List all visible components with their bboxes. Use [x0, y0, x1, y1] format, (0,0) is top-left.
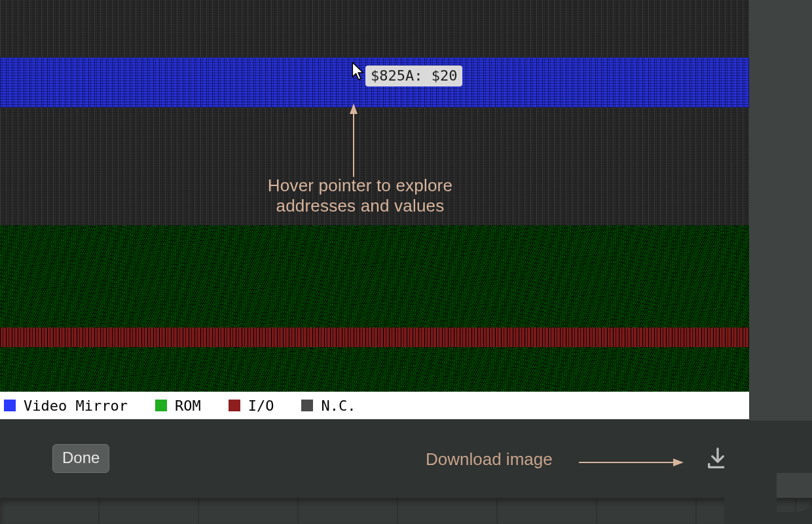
download-icon[interactable] — [705, 445, 731, 472]
legend-label: I/O — [248, 398, 274, 414]
toolbar: Done Download image — [0, 419, 749, 498]
hover-tooltip: $825A: $20 — [365, 66, 462, 86]
memory-map-viewer[interactable]: Video Mirror ROM I/O N.C. $825A: $20 — [0, 0, 749, 419]
legend-item: Video Mirror — [4, 398, 128, 414]
annotation-line: addresses and values — [276, 196, 445, 215]
annotation-line: Hover pointer to explore — [268, 176, 452, 195]
done-button[interactable]: Done — [52, 444, 109, 473]
svg-marker-3 — [673, 458, 684, 466]
legend-item: N.C. — [301, 398, 356, 414]
download-image-label: Download image — [426, 449, 553, 470]
svg-marker-1 — [350, 103, 358, 114]
legend-swatch — [4, 400, 16, 411]
panel-right-margin — [749, 0, 812, 524]
annotation-text: Hover pointer to explore addresses and v… — [196, 176, 524, 215]
memory-region-io — [0, 328, 749, 347]
legend-item: ROM — [155, 398, 201, 414]
legend-bar: Video Mirror ROM I/O N.C. — [0, 392, 749, 419]
legend-swatch — [155, 400, 167, 411]
legend-item: I/O — [229, 398, 274, 414]
legend-label: Video Mirror — [24, 398, 128, 414]
annotation-arrow-icon — [350, 103, 358, 177]
annotation-arrow-right-icon — [579, 457, 684, 465]
legend-label: ROM — [175, 398, 201, 414]
legend-swatch — [301, 400, 313, 411]
background-thumbnail-strip — [0, 498, 812, 524]
app-root: Video Mirror ROM I/O N.C. $825A: $20 — [0, 0, 812, 524]
legend-swatch — [229, 400, 240, 411]
memory-region-rom — [0, 225, 749, 392]
legend-label: N.C. — [321, 398, 356, 414]
